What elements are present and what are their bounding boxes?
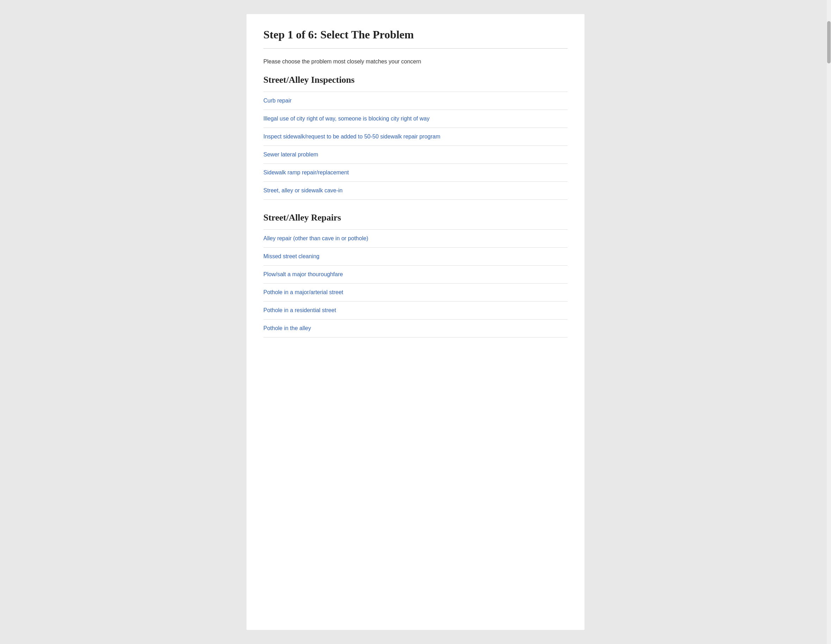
problem-list-street-alley-inspections: Curb repairIllegal use of city right of … <box>263 92 568 200</box>
list-item: Inspect sidewalk/request to be added to … <box>263 128 568 146</box>
main-card: Step 1 of 6: Select The Problem Please c… <box>247 14 584 630</box>
link-sewer-lateral[interactable]: Sewer lateral problem <box>263 146 568 163</box>
list-item: Missed street cleaning <box>263 248 568 266</box>
link-inspect-sidewalk[interactable]: Inspect sidewalk/request to be added to … <box>263 128 568 145</box>
link-sidewalk-ramp[interactable]: Sidewalk ramp repair/replacement <box>263 164 568 182</box>
link-alley-repair[interactable]: Alley repair (other than cave in or poth… <box>263 230 568 247</box>
list-item: Sidewalk ramp repair/replacement <box>263 164 568 182</box>
list-item: Sewer lateral problem <box>263 146 568 164</box>
list-item: Pothole in a major/arterial street <box>263 284 568 301</box>
link-street-cave-in[interactable]: Street, alley or sidewalk cave-in <box>263 182 568 199</box>
sections-container: Street/Alley InspectionsCurb repairIlleg… <box>263 75 568 338</box>
link-plow-salt[interactable]: Plow/salt a major thouroughfare <box>263 266 568 283</box>
link-pothole-residential[interactable]: Pothole in a residential street <box>263 301 568 319</box>
section-heading-street-alley-repairs: Street/Alley Repairs <box>263 212 568 223</box>
link-illegal-use[interactable]: Illegal use of city right of way, someon… <box>263 110 568 128</box>
link-missed-street-cleaning[interactable]: Missed street cleaning <box>263 248 568 265</box>
page-title: Step 1 of 6: Select The Problem <box>263 28 568 41</box>
title-divider <box>263 48 568 49</box>
link-curb-repair[interactable]: Curb repair <box>263 92 568 110</box>
list-item: Alley repair (other than cave in or poth… <box>263 230 568 248</box>
scrollbar-thumb[interactable] <box>827 21 831 64</box>
list-item: Curb repair <box>263 92 568 110</box>
list-item: Illegal use of city right of way, someon… <box>263 110 568 128</box>
list-item: Pothole in a residential street <box>263 301 568 320</box>
link-pothole-alley[interactable]: Pothole in the alley <box>263 320 568 337</box>
instructions: Please choose the problem most closely m… <box>263 59 568 65</box>
list-item: Pothole in the alley <box>263 320 568 338</box>
list-item: Street, alley or sidewalk cave-in <box>263 182 568 200</box>
link-pothole-major[interactable]: Pothole in a major/arterial street <box>263 284 568 301</box>
list-item: Plow/salt a major thouroughfare <box>263 266 568 284</box>
problem-list-street-alley-repairs: Alley repair (other than cave in or poth… <box>263 230 568 338</box>
scrollbar[interactable] <box>827 0 831 644</box>
section-heading-street-alley-inspections: Street/Alley Inspections <box>263 75 568 85</box>
